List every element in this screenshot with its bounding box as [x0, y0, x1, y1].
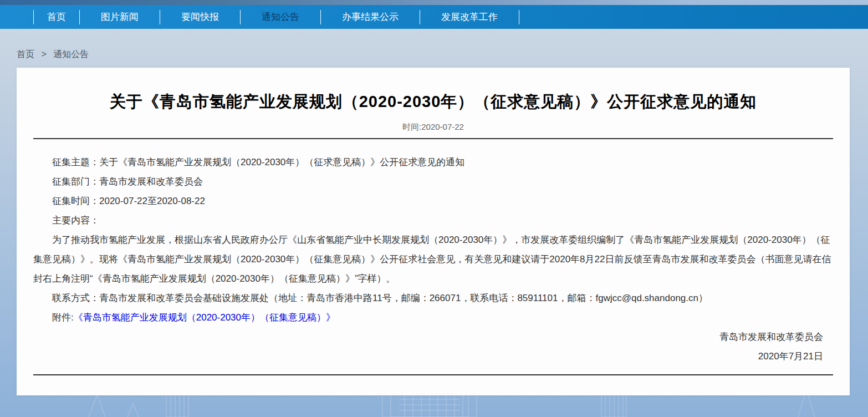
nav-item-photo-news[interactable]: 图片新闻	[80, 5, 160, 29]
nav-item-news-flash[interactable]: 要闻快报	[160, 5, 240, 29]
attachment-line: 附件:《青岛市氢能产业发展规划（2020-2030年）（征集意见稿）》	[33, 308, 833, 327]
breadcrumb-current[interactable]: 通知公告	[53, 49, 89, 59]
nav-item-reform-work[interactable]: 发展改革工作	[420, 5, 519, 29]
main-nav-inner: 首页 图片新闻 要闻快报 通知公告 办事结果公示 发展改革工作	[0, 5, 868, 29]
nav-item-service-results[interactable]: 办事结果公示	[321, 5, 420, 29]
banner-edge-strip	[0, 0, 868, 5]
attachment-label: 附件:	[52, 312, 74, 323]
field-department: 征集部门：青岛市发展和改革委员会	[33, 172, 833, 191]
field-period: 征集时间：2020-07-22至2020-08-22	[33, 191, 833, 211]
nav-divider	[519, 10, 519, 24]
field-main-content-label: 主要内容：	[33, 211, 833, 230]
breadcrumb-separator: >	[41, 49, 46, 59]
signature-org: 青岛市发展和改革委员会	[33, 327, 833, 347]
article-paragraph: 为了推动我市氢能产业发展，根据山东省人民政府办公厅《山东省氢能产业中长期发展规划…	[33, 230, 833, 288]
contact-line: 联系方式：青岛市发展和改革委员会基础设施发展处（地址：青岛市香港中路11号，邮编…	[33, 288, 833, 308]
breadcrumb-home-link[interactable]: 首页	[17, 49, 34, 59]
nav-item-notices[interactable]: 通知公告	[241, 5, 320, 29]
main-nav: 首页 图片新闻 要闻快报 通知公告 办事结果公示 发展改革工作	[0, 5, 868, 29]
page-title: 关于《青岛市氢能产业发展规划（2020-2030年）（征求意见稿）》公开征求意见…	[17, 91, 850, 113]
signature-date: 2020年7月21日	[33, 347, 833, 366]
footer-separator	[33, 374, 833, 375]
skyline-artwork	[0, 378, 868, 417]
article-body: 征集主题：关于《青岛市氢能产业发展规划（2020-2030年）（征求意见稿）》公…	[17, 139, 850, 366]
attachment-link[interactable]: 《青岛市氢能产业发展规划（2020-2030年）（征集意见稿）》	[74, 312, 335, 323]
article-card: 关于《青岛市氢能产业发展规划（2020-2030年）（征求意见稿）》公开征求意见…	[17, 68, 850, 395]
article-time: 时间:2020-07-22	[17, 122, 850, 133]
breadcrumb: 首页 > 通知公告	[17, 49, 89, 60]
nav-item-home[interactable]: 首页	[34, 5, 79, 29]
page-background: 首页 图片新闻 要闻快报 通知公告 办事结果公示 发展改革工作 首页 > 通知公…	[0, 0, 868, 417]
field-subject: 征集主题：关于《青岛市氢能产业发展规划（2020-2030年）（征求意见稿）》公…	[33, 152, 833, 172]
